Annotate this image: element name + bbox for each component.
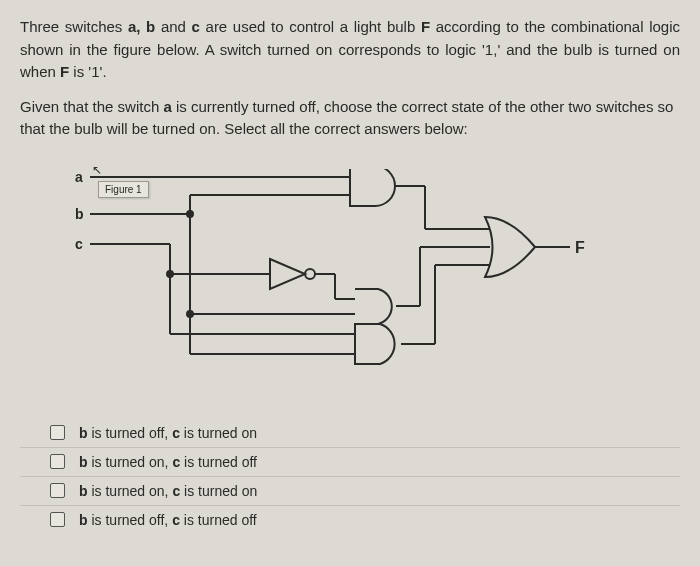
output-label-f: F <box>575 239 585 257</box>
text-bold: a <box>163 98 171 115</box>
option-text: b is turned on, c is turned on <box>79 483 257 499</box>
svg-point-21 <box>187 311 193 317</box>
option-text: b is turned off, c is turned off <box>79 512 257 528</box>
checkbox[interactable] <box>50 483 65 498</box>
circuit-figure: ↖ a b c F Figure 1 <box>20 161 680 391</box>
checkbox[interactable] <box>50 512 65 527</box>
text: Given that the switch <box>20 98 163 115</box>
input-label-a: a <box>75 169 83 185</box>
input-label-c: c <box>75 236 83 252</box>
checkbox[interactable] <box>50 425 65 440</box>
question-paragraph-2: Given that the switch a is currently tur… <box>20 96 680 141</box>
text-bold: a, b <box>128 18 155 35</box>
text: is '1'. <box>69 63 106 80</box>
svg-point-12 <box>167 271 173 277</box>
input-label-b: b <box>75 206 84 222</box>
option-row[interactable]: b is turned off, c is turned off <box>20 506 680 534</box>
text-bold: c <box>192 18 200 35</box>
option-row[interactable]: b is turned on, c is turned off <box>20 448 680 477</box>
option-row[interactable]: b is turned on, c is turned on <box>20 477 680 506</box>
text-bold: F <box>60 63 69 80</box>
text: are used to control a light bulb <box>200 18 421 35</box>
option-text: b is turned off, c is turned on <box>79 425 257 441</box>
text: and <box>155 18 191 35</box>
logic-circuit-diagram <box>90 169 570 379</box>
svg-point-7 <box>187 211 193 217</box>
question-paragraph-1: Three switches a, b and c are used to co… <box>20 16 680 84</box>
answer-options: b is turned off, c is turned on b is tur… <box>20 419 680 534</box>
option-row[interactable]: b is turned off, c is turned on <box>20 419 680 448</box>
option-text: b is turned on, c is turned off <box>79 454 257 470</box>
text: Three switches <box>20 18 128 35</box>
text-bold: F <box>421 18 430 35</box>
checkbox[interactable] <box>50 454 65 469</box>
